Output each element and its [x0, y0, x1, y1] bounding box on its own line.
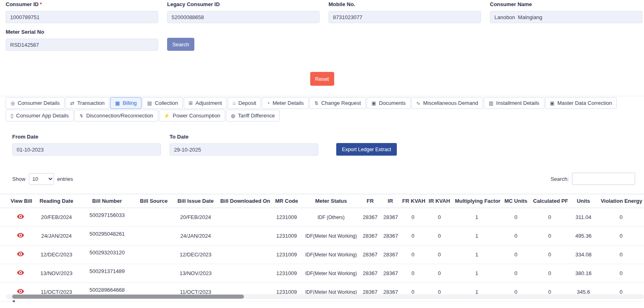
column-header: Violation Energy U — [598, 194, 644, 208]
view-bill-cell — [0, 245, 33, 264]
cell-multiplying-factor: 1 — [453, 245, 501, 264]
from-date-input[interactable] — [12, 143, 161, 156]
meter-serial-input[interactable] — [6, 39, 158, 51]
billing-panel: From Date To Date Export Ledger Extract … — [0, 122, 644, 185]
scroll-left-icon[interactable]: ◄ — [11, 299, 15, 303]
eye-icon[interactable] — [17, 252, 24, 256]
tab-deposit[interactable]: ⌂Deposit — [228, 97, 261, 109]
tab-label: Documents — [379, 100, 406, 106]
cell-fr: 28367 — [359, 227, 381, 245]
table-search-label: Search: — [550, 176, 569, 182]
cell-bill-number: 500297156033 — [80, 208, 134, 227]
page-size-select[interactable]: 10 — [29, 173, 54, 185]
table-row: 20/FEB/202450029715603320/FEB/2024123100… — [0, 208, 644, 227]
horizontal-scrollbar[interactable] — [6, 294, 644, 299]
legacy-consumer-id-input[interactable] — [167, 11, 320, 23]
table-row: 12/DEC/202350029320312012/DEC/2023123100… — [0, 245, 644, 264]
cell-fr: 28367 — [359, 264, 381, 283]
from-date-block: From Date — [12, 134, 161, 156]
tab-adjustment[interactable]: ⊞Adjustment — [184, 97, 227, 109]
export-ledger-button[interactable]: Export Ledger Extract — [336, 143, 397, 156]
column-header: MC Units — [501, 194, 531, 208]
tab-collection[interactable]: ▤Collection — [142, 97, 183, 109]
consumer-name-input[interactable] — [490, 11, 642, 23]
cell-bill-issue-date: 12/DEC/2023 — [173, 245, 218, 264]
installment-icon: ▥ — [489, 101, 493, 106]
tab-label: Miscellaneous Demand — [423, 100, 478, 106]
cell-units: 495.36 — [569, 227, 598, 245]
tab-transaction[interactable]: ⇄Transaction — [65, 97, 110, 109]
column-header: Units — [569, 194, 598, 208]
cell-fr: 28367 — [359, 208, 381, 227]
column-header: Bill Source — [134, 194, 173, 208]
tab-label: Disconnection/Reconnection — [86, 113, 153, 119]
column-header: Bill Issue Date — [173, 194, 218, 208]
mobile-no-input[interactable] — [329, 11, 481, 23]
column-header: Reading Date — [33, 194, 80, 208]
tab-power-consumption[interactable]: ⚡Power Consumption — [159, 110, 225, 121]
tab-tariff-difference[interactable]: ◍Tariff Difference — [226, 110, 280, 121]
tab-label: Installment Details — [496, 100, 539, 106]
horizontal-scrollbar-thumb[interactable] — [12, 295, 244, 299]
table-header-row: View BillReading DateBill NumberBill Sou… — [0, 194, 644, 208]
to-date-label: To Date — [170, 134, 318, 140]
view-bill-cell — [0, 227, 33, 245]
cell-meter-status: IDF(Meter Not Working) — [302, 264, 359, 283]
consumer-name-field-block: Consumer Name — [490, 1, 642, 23]
from-date-label: From Date — [12, 134, 161, 140]
cell-calculated-pf: 0 — [531, 264, 568, 283]
show-label: Show — [12, 176, 26, 182]
reset-button[interactable]: Reset — [310, 72, 334, 86]
view-bill-cell — [0, 264, 33, 283]
tab-master-data-correction[interactable]: ▣Master Data Correction — [545, 97, 617, 109]
mobile-no-label: Mobile No. — [329, 1, 481, 7]
table-row: 24/JAN/202450029504826124/JAN/2024123100… — [0, 227, 644, 245]
tab-installment-details[interactable]: ▥Installment Details — [484, 97, 544, 109]
tab-consumer-details[interactable]: ◎Consumer Details — [6, 97, 65, 109]
tab-meter-details[interactable]: ◔Meter Details — [262, 97, 309, 109]
eye-icon[interactable] — [17, 214, 24, 219]
cell-reading-date: 12/DEC/2023 — [33, 245, 80, 264]
column-header: MR Code — [270, 194, 302, 208]
meter-serial-field-block: Meter Serial No — [6, 29, 158, 51]
cell-bill-issue-date: 13/NOV/2023 — [173, 264, 218, 283]
tab-consumer-app-details[interactable]: ▯Consumer App Details — [6, 110, 74, 121]
cell-ir-kvah: 0 — [426, 264, 453, 283]
eye-icon[interactable] — [17, 289, 24, 294]
to-date-input[interactable] — [170, 143, 318, 156]
misc-demand-icon: ∿ — [416, 101, 420, 106]
cell-bill-issue-date: 24/JAN/2024 — [173, 227, 218, 245]
search-button[interactable]: Search — [167, 38, 194, 51]
cell-calculated-pf: 0 — [531, 208, 568, 227]
cell-meter-status: IDF(Meter Not Working) — [302, 227, 359, 245]
column-header: View Bill — [0, 194, 33, 208]
billing-table-wrap: View BillReading DateBill NumberBill Sou… — [0, 194, 644, 301]
cell-bill-source — [134, 245, 173, 264]
tab-label: Billing — [123, 100, 137, 106]
tab-disconnection-reconnection[interactable]: ↯Disconnection/Reconnection — [74, 110, 158, 121]
cell-fr: 28367 — [359, 245, 381, 264]
tab-miscellaneous-demand[interactable]: ∿Miscellaneous Demand — [411, 97, 483, 109]
legacy-consumer-id-label: Legacy Consumer ID — [167, 1, 320, 7]
consumer-id-input[interactable] — [6, 11, 158, 23]
tab-label: Tariff Difference — [238, 113, 275, 119]
tariff-icon: ◍ — [231, 113, 235, 118]
column-header: Bill Downloaded On — [218, 194, 271, 208]
tab-documents[interactable]: ▣Documents — [367, 97, 411, 109]
cell-meter-status: IDF(Meter Not Working) — [302, 245, 359, 264]
tab-label: Collection — [155, 100, 178, 106]
tab-billing[interactable]: ▦Billing — [110, 97, 141, 109]
table-search-input[interactable] — [572, 173, 635, 185]
tab-change-request[interactable]: ⇅Change Request — [309, 97, 366, 109]
cell-multiplying-factor: 1 — [453, 264, 501, 283]
cell-bill-downloaded-on — [218, 208, 271, 227]
eye-icon[interactable] — [17, 270, 24, 275]
transaction-icon: ⇄ — [70, 101, 74, 106]
cell-bill-number: 500293203120 — [80, 245, 134, 264]
tab-label: Change Request — [321, 100, 361, 106]
eye-icon[interactable] — [17, 233, 24, 238]
cell-ir: 28367 — [381, 227, 400, 245]
to-date-block: To Date — [170, 134, 318, 156]
table-body: 20/FEB/202450029715603320/FEB/2024123100… — [0, 208, 644, 301]
legacy-consumer-id-field-block: Legacy Consumer ID — [167, 1, 320, 23]
